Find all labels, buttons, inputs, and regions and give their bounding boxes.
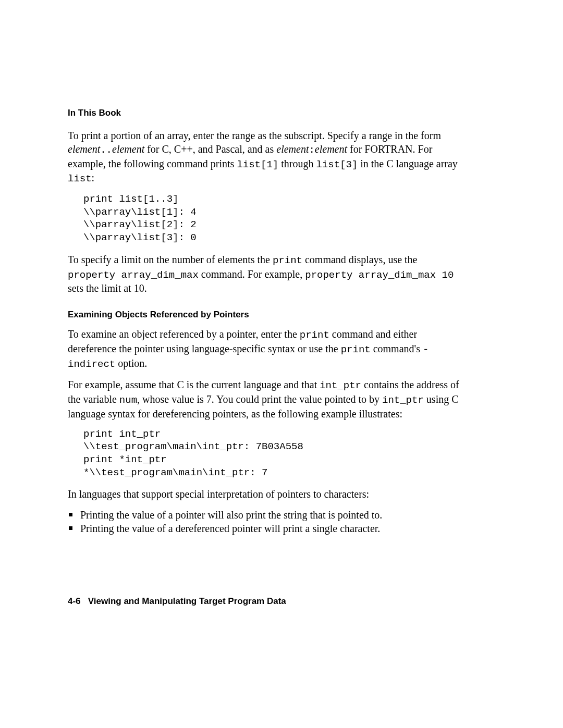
list-item: Printing the value of a dereferenced poi… [68,522,464,535]
text: To examine an object referenced by a poi… [68,328,300,340]
code-inline: list[3] [316,159,358,170]
code-inline: property array_dim_max [68,269,199,281]
section-heading-pointers: Examining Objects Referenced by Pointers [68,310,464,320]
text: command's [371,343,423,354]
literal-colon: : [309,144,314,156]
text: For example, assume that C is the curren… [68,379,320,390]
paragraph-pointer-intro: To examine an object referenced by a poi… [68,327,464,371]
code-inline: property array_dim_max 10 [305,269,454,281]
code-inline: int_ptr [382,394,424,406]
term-element: element [112,143,144,155]
text: sets the limit at 10. [68,282,147,294]
code-inline: num [119,394,137,406]
term-element: element [276,143,309,155]
text: To print a portion of an array, enter th… [68,130,441,141]
paragraph-array-limit: To specify a limit on the number of elem… [68,253,464,295]
code-inline: list [68,173,92,184]
page-body: In This Book To print a portion of an ar… [68,108,464,535]
running-header: In This Book [68,108,464,118]
term-element: element [315,143,347,155]
paragraph-pointer-interp: In languages that support special interp… [68,487,464,501]
text: for C, C++, and Pascal, and as [144,143,276,155]
text: through [278,158,316,169]
code-inline: print [300,329,329,341]
text: command displays, use the [302,254,418,265]
paragraph-pointer-example: For example, assume that C is the curren… [68,378,464,420]
code-inline: print [341,344,371,355]
text: , whose value is 7. You could print the … [137,393,382,405]
paragraph-array-range: To print a portion of an array, enter th… [68,129,464,186]
literal-dotdot: .. [100,144,112,156]
code-block-print-list: print list[1..3] \\parray\list[1]: 4 \\p… [83,193,464,244]
text: command. For example, [199,268,305,280]
text: in the C language array [358,158,458,169]
code-inline: print [273,255,302,266]
code-block-print-intptr: print int_ptr \\test_program\main\int_pt… [83,428,464,479]
code-inline: int_ptr [320,380,361,391]
list-item: Printing the value of a pointer will als… [68,508,464,522]
footer-title: Viewing and Manipulating Target Program … [88,596,286,606]
page-footer: 4-6 Viewing and Manipulating Target Prog… [68,596,286,607]
text: : [92,172,95,183]
text: To specify a limit on the number of elem… [68,254,273,265]
page-number: 4-6 [68,596,81,606]
code-inline: list[1] [237,159,278,170]
bullet-list: Printing the value of a pointer will als… [68,508,464,535]
text: option. [115,357,147,369]
term-element: element [68,143,100,155]
